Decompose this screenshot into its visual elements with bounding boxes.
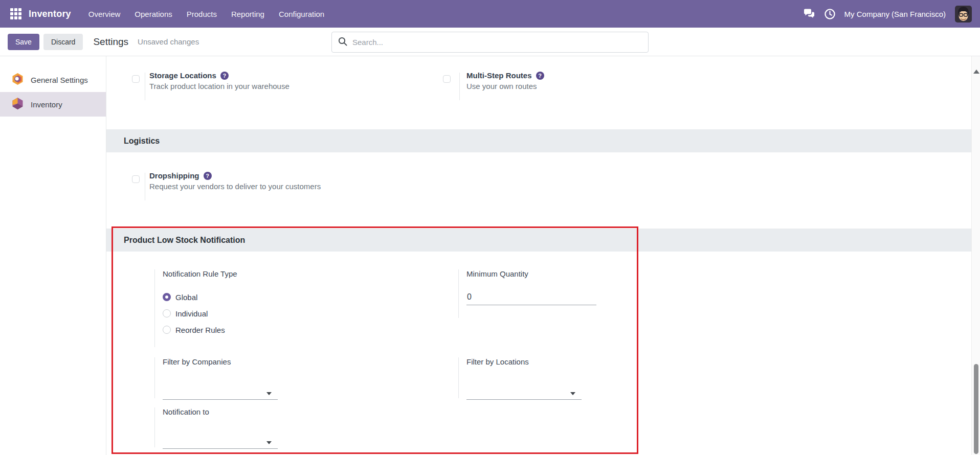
chevron-down-icon <box>570 392 575 395</box>
save-button[interactable]: Save <box>8 34 39 50</box>
radio-icon[interactable] <box>163 326 171 334</box>
multi-step-routes-checkbox[interactable] <box>443 75 451 83</box>
separator <box>459 73 460 100</box>
low-stock-section-header: Product Low Stock Notification <box>106 229 971 252</box>
search-input[interactable] <box>352 38 642 47</box>
help-icon[interactable] <box>204 172 212 180</box>
general-settings-app-icon <box>11 73 24 87</box>
chevron-down-icon <box>266 392 272 395</box>
chevron-down-icon <box>266 441 272 444</box>
scrollbar-thumb[interactable] <box>974 364 978 454</box>
rule-type-option-global[interactable]: Global <box>163 289 441 305</box>
messages-icon[interactable] <box>803 9 815 19</box>
control-panel: Save Discard Settings Unsaved changes <box>0 28 980 56</box>
filter-by-locations-label: Filter by Locations <box>466 357 642 366</box>
filter-by-companies-group: Filter by Companies <box>154 357 441 398</box>
page-title: Settings <box>93 36 128 48</box>
filter-by-companies-label: Filter by Companies <box>163 357 441 366</box>
sidebar-item-inventory[interactable]: Inventory <box>0 92 106 117</box>
odoo-inventory-settings-window: Inventory Overview Operations Products R… <box>0 0 980 455</box>
notification-to-label: Notification to <box>163 407 441 416</box>
radio-icon[interactable] <box>163 293 171 301</box>
notification-to-select[interactable] <box>163 434 278 449</box>
menu-products[interactable]: Products <box>187 10 217 18</box>
storage-locations-setting: Storage Locations Track product location… <box>149 71 289 90</box>
company-switcher[interactable]: My Company (San Francisco) <box>844 10 946 18</box>
storage-locations-title: Storage Locations <box>149 71 216 80</box>
rule-type-option-reorder-rules[interactable]: Reorder Rules <box>163 322 441 338</box>
dropshipping-description: Request your vendors to deliver to your … <box>149 182 321 191</box>
multi-step-routes-setting: Multi-Step Routes Use your own routes <box>466 71 544 90</box>
dropshipping-title: Dropshipping <box>149 171 199 180</box>
search-bar[interactable] <box>331 32 649 53</box>
rule-type-option-individual[interactable]: Individual <box>163 305 441 322</box>
help-icon[interactable] <box>220 72 229 80</box>
multi-step-routes-title: Multi-Step Routes <box>466 71 532 80</box>
menu-configuration[interactable]: Configuration <box>279 10 324 18</box>
activities-clock-icon[interactable] <box>825 9 835 19</box>
search-icon <box>338 37 347 48</box>
logistics-section-header: Logistics <box>106 129 971 152</box>
apps-grid-icon[interactable] <box>10 8 21 19</box>
filter-by-locations-select[interactable] <box>466 384 582 400</box>
sidebar-item-label: General Settings <box>31 76 88 84</box>
settings-page: General Settings Inventory S <box>0 56 980 455</box>
minimum-quantity-group: Minimum Quantity <box>458 269 642 318</box>
notification-rule-type-label: Notification Rule Type <box>163 269 441 278</box>
filter-by-locations-group: Filter by Locations <box>458 357 642 398</box>
minimum-quantity-label: Minimum Quantity <box>466 269 642 278</box>
discard-button[interactable]: Discard <box>43 34 83 50</box>
storage-locations-description: Track product location in your warehouse <box>149 82 289 90</box>
vertical-scrollbar[interactable] <box>971 56 980 455</box>
user-avatar[interactable] <box>955 6 972 22</box>
settings-content: Storage Locations Track product location… <box>106 56 971 455</box>
separator <box>145 173 145 200</box>
notification-to-group: Notification to <box>154 407 441 447</box>
unsaved-changes-badge: Unsaved changes <box>138 37 199 46</box>
menu-operations[interactable]: Operations <box>135 10 172 18</box>
app-name[interactable]: Inventory <box>29 9 71 19</box>
notification-rule-type-group: Notification Rule Type Global Individual… <box>154 269 441 347</box>
menu-reporting[interactable]: Reporting <box>231 10 264 18</box>
inventory-app-icon <box>11 97 24 111</box>
scroll-up-arrow-icon[interactable] <box>973 70 979 74</box>
menu-overview[interactable]: Overview <box>88 10 121 18</box>
multi-step-routes-description: Use your own routes <box>466 82 544 90</box>
dropshipping-checkbox[interactable] <box>132 175 140 183</box>
storage-locations-checkbox[interactable] <box>132 75 140 83</box>
help-icon[interactable] <box>536 72 544 80</box>
settings-sidebar: General Settings Inventory <box>0 56 106 455</box>
sidebar-item-label: Inventory <box>31 100 62 109</box>
dropshipping-setting: Dropshipping Request your vendors to del… <box>149 171 321 191</box>
separator <box>145 73 145 100</box>
top-navbar: Inventory Overview Operations Products R… <box>0 0 980 28</box>
filter-by-companies-select[interactable] <box>163 384 278 400</box>
radio-icon[interactable] <box>163 309 171 317</box>
sidebar-item-general-settings[interactable]: General Settings <box>0 67 106 92</box>
minimum-quantity-input[interactable] <box>466 291 596 305</box>
